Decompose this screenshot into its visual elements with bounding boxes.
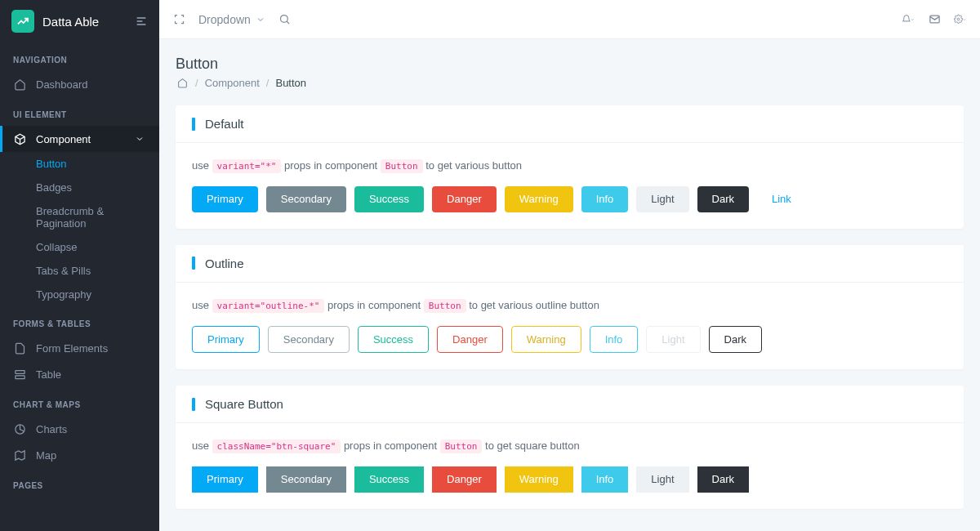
sidebar-item-map[interactable]: Map (0, 442, 159, 468)
link-button[interactable]: Link (757, 186, 806, 212)
outline-dark-button[interactable]: Dark (709, 326, 762, 354)
square-dark-button[interactable]: Dark (697, 466, 749, 493)
breadcrumb-sep: / (195, 77, 198, 89)
card-title: Outline (205, 257, 244, 270)
bell-icon[interactable] (902, 13, 915, 26)
svg-rect-3 (15, 370, 24, 373)
square-danger-button[interactable]: Danger (432, 466, 497, 493)
page-header: Button / Component / Button (176, 56, 964, 89)
fullscreen-icon[interactable] (172, 13, 185, 26)
sidebar-item-label: Map (36, 449, 56, 462)
square-warning-button[interactable]: Warning (505, 466, 573, 493)
breadcrumb-current: Button (275, 77, 306, 89)
sidebar-item-label: Dashboard (36, 78, 88, 91)
card-default: Default use variant="*" props in compone… (176, 105, 964, 229)
square-secondary-button[interactable]: Secondary (266, 466, 346, 493)
map-icon (13, 448, 26, 462)
sidebar-sub-tabs[interactable]: Tabs & Pills (0, 259, 159, 283)
sidebar-sub-typography[interactable]: Typography (0, 283, 159, 306)
nav-section-chartmaps: CHART & MAPS (0, 387, 159, 416)
brand-name: Datta Able (42, 15, 127, 29)
sidebar-item-form[interactable]: Form Elements (0, 335, 159, 361)
breadcrumb-sep: / (266, 77, 270, 89)
success-button[interactable]: Success (354, 186, 424, 212)
card-outline: Outline use variant="outline-*" props in… (176, 245, 964, 370)
topbar-dropdown[interactable]: Dropdown (198, 13, 265, 26)
sidebar-item-table[interactable]: Table (0, 361, 159, 387)
danger-button[interactable]: Danger (432, 186, 497, 212)
card-title: Square Button (205, 397, 283, 411)
sidebar-sub-button[interactable]: Button (0, 152, 159, 176)
outline-success-button[interactable]: Success (358, 326, 429, 354)
svg-rect-4 (15, 375, 24, 378)
light-button[interactable]: Light (636, 186, 688, 212)
sidebar-item-label: Charts (36, 423, 67, 435)
square-light-button[interactable]: Light (636, 466, 688, 493)
outline-danger-button[interactable]: Danger (437, 326, 503, 354)
nav-section-uielement: UI ELEMENT (0, 97, 159, 126)
card-hint: use variant="outline-*" props in compone… (192, 299, 947, 311)
topbar: Dropdown (159, 0, 980, 39)
pie-icon (13, 422, 26, 435)
svg-marker-6 (15, 450, 24, 459)
nav-section-forms: FORMS & TABLES (0, 306, 159, 335)
breadcrumb-component[interactable]: Component (205, 77, 260, 89)
card-hint: use className="btn-square" props in comp… (192, 440, 947, 452)
sidebar-item-label: Form Elements (36, 342, 108, 355)
primary-button[interactable]: Primary (192, 186, 258, 212)
svg-line-8 (287, 21, 289, 24)
outline-secondary-button[interactable]: Secondary (268, 326, 350, 354)
outline-info-button[interactable]: Info (590, 326, 639, 354)
brand[interactable]: Datta Able (0, 0, 159, 42)
search-icon[interactable] (278, 13, 292, 26)
square-primary-button[interactable]: Primary (192, 466, 258, 493)
svg-point-10 (957, 18, 960, 20)
chevron-down-icon (133, 132, 146, 145)
outline-warning-button[interactable]: Warning (511, 326, 581, 354)
mail-icon[interactable] (928, 13, 941, 26)
sidebar-item-component[interactable]: Component (0, 126, 159, 152)
svg-point-7 (281, 16, 288, 23)
box-icon (13, 132, 26, 145)
sidebar-sub-collapse[interactable]: Collapse (0, 235, 159, 259)
breadcrumb: / Component / Button (176, 76, 964, 89)
info-button[interactable]: Info (581, 186, 629, 212)
nav-section-pages: PAGES (0, 468, 159, 497)
sidebar-item-dashboard[interactable]: Dashboard (0, 71, 159, 97)
sidebar-item-label: Table (36, 368, 61, 381)
home-icon (13, 78, 26, 91)
outline-light-button[interactable]: Light (646, 326, 700, 354)
sidebar-sub-badges[interactable]: Badges (0, 176, 159, 199)
server-icon (13, 368, 26, 381)
square-info-button[interactable]: Info (581, 466, 629, 493)
card-title: Default (205, 117, 244, 131)
home-icon[interactable] (176, 76, 189, 89)
sidebar-item-label: Component (36, 133, 91, 145)
sidebar-sub-breadcrumb[interactable]: Breadcrumb & Pagination (0, 199, 159, 235)
brand-logo-icon (11, 10, 34, 33)
nav-section-navigation: NAVIGATION (0, 42, 159, 71)
square-success-button[interactable]: Success (354, 466, 424, 493)
card-hint: use variant="*" props in component Butto… (192, 159, 947, 172)
sidebar-toggle-icon[interactable] (135, 15, 148, 28)
outline-primary-button[interactable]: Primary (192, 326, 260, 354)
gear-icon[interactable] (954, 13, 967, 26)
page-title: Button (176, 56, 964, 73)
topbar-dropdown-label: Dropdown (198, 13, 251, 26)
card-square: Square Button use className="btn-square"… (176, 386, 964, 509)
warning-button[interactable]: Warning (505, 186, 573, 212)
sidebar: Datta Able NAVIGATION Dashboard UI ELEME… (0, 0, 159, 531)
file-icon (13, 341, 26, 355)
dark-button[interactable]: Dark (697, 186, 749, 212)
sidebar-item-charts[interactable]: Charts (0, 416, 159, 442)
secondary-button[interactable]: Secondary (266, 186, 346, 212)
